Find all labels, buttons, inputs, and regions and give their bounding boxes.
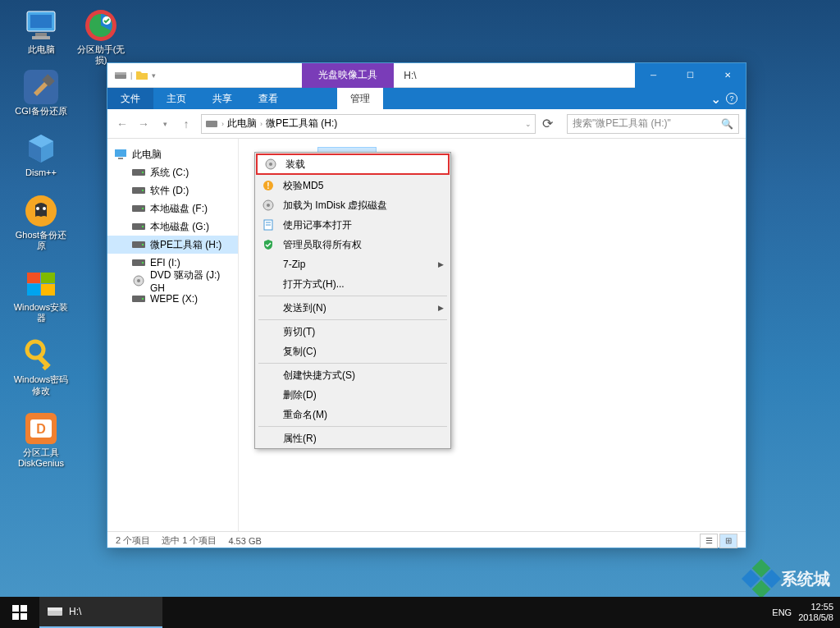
ctx-label: 重命名(M) [283,408,327,422]
desktop-icon-label: CGI备份还原 [15,106,67,117]
nav-history[interactable]: ▾ [157,116,173,132]
tray-time: 12:55 [798,602,833,612]
breadcrumb-sep: › [221,120,224,128]
ctx-md5[interactable]: !校验MD5 [255,176,450,195]
taskbar-item-explorer[interactable]: H:\ [39,597,162,628]
desktop-icon-diskgenius[interactable]: D 分区工具DiskGenius [12,411,70,469]
nav-up[interactable]: ↑ [178,116,194,132]
folder-icon[interactable] [135,69,148,82]
refresh-button[interactable]: ⟳ [542,116,560,131]
ctx-mount[interactable]: 装载 [256,154,450,175]
ribbon-tabs: 文件 主页 共享 查看 管理 ⌄ ? [107,88,746,109]
qat-dropdown[interactable]: ▾ [152,71,156,80]
drive-icon [132,222,145,231]
ctx-label: 剪切(T) [283,325,315,339]
ctx-openwith[interactable]: 打开方式(H)... [255,274,450,294]
tab-home[interactable]: 主页 [153,88,199,109]
svg-rect-24 [115,72,126,75]
ctx-separator [258,363,447,364]
ctx-sendto[interactable]: 发送到(N)▶ [255,298,450,318]
watermark: 系统城 [746,564,830,594]
tree-this-pc[interactable]: 此电脑 [107,145,238,163]
tree-drive-g[interactable]: 本地磁盘 (G:) [107,218,238,236]
disc-icon [262,199,274,211]
titlebar[interactable]: | ▾ 光盘映像工具 H:\ ─ ☐ ✕ [107,63,746,88]
desktop-icon-win-installer[interactable]: Windows安装器 [12,266,70,323]
ctx-notepad[interactable]: 使用记事本打开 [255,215,450,235]
ctx-label: 7-Zip [283,259,305,270]
nav-back[interactable]: ← [114,116,130,132]
nav-forward[interactable]: → [135,116,152,132]
drive-icon [132,186,145,195]
ctx-label: 删除(D) [283,388,317,402]
ctx-shortcut[interactable]: 创建快捷方式(S) [255,365,450,385]
tab-view[interactable]: 查看 [245,88,291,109]
minimize-button[interactable]: ─ [635,63,672,88]
desktop-icon-this-pc[interactable]: 此电脑 [12,8,70,55]
ctx-label: 装载 [285,158,305,172]
ctx-admin[interactable]: 管理员取得所有权 [255,235,450,254]
qat-separator: | [130,71,132,80]
ctx-rename[interactable]: 重命名(M) [255,405,450,424]
view-icons-button[interactable]: ⊞ [719,534,737,548]
status-selection: 选中 1 个项目 [162,534,217,547]
maximize-button[interactable]: ☐ [672,63,709,88]
desktop-icons-column-2: 分区助手(无损) [72,8,130,66]
tree-label: 软件 (D:) [150,184,189,198]
installer-icon [24,266,58,300]
svg-rect-12 [27,284,40,296]
drive-icon [48,606,62,617]
svg-rect-56 [12,605,19,612]
ctx-cut[interactable]: 剪切(T) [255,322,450,342]
svg-rect-58 [12,613,19,620]
desktop-icon-ghost[interactable]: Ghost备份还原 [12,194,70,251]
desktop-icon-label: 分区工具DiskGenius [12,447,70,469]
tree-label: 本地磁盘 (G:) [150,220,209,234]
start-button[interactable] [0,597,39,628]
desktop-icon-dism[interactable]: Dism++ [12,131,70,178]
ctx-copy[interactable]: 复制(C) [255,342,450,361]
navigation-bar: ← → ▾ ↑ › 此电脑 › 微PE工具箱 (H:) ⌄ ⟳ 搜索"微PE工具… [107,109,746,139]
ctx-imdisk[interactable]: 加载为 ImDisk 虚拟磁盘 [255,195,450,215]
tree-drive-f[interactable]: 本地磁盘 (F:) [107,199,238,218]
ctx-properties[interactable]: 属性(R) [255,429,450,448]
breadcrumb-root[interactable]: 此电脑 [227,117,257,131]
svg-rect-13 [41,284,55,296]
taskbar: H:\ ENG 12:55 2018/5/8 [0,597,840,628]
tab-manage[interactable]: 管理 [337,88,383,109]
desktop-icon-label: Windows安装器 [12,302,70,323]
status-count: 2 个项目 [116,534,150,547]
svg-rect-1 [30,15,52,28]
tree-label: 此电脑 [132,148,162,162]
ctx-label: 创建快捷方式(S) [283,369,355,383]
tree-drive-c[interactable]: 系统 (C:) [107,163,238,181]
ctx-7zip[interactable]: 7-Zip▶ [255,254,450,274]
drive-icon [132,204,145,213]
svg-point-33 [142,208,144,209]
address-bar[interactable]: › 此电脑 › 微PE工具箱 (H:) ⌄ [201,114,536,134]
desktop-icon-label: Ghost备份还原 [12,230,70,251]
ctx-label: 校验MD5 [283,179,323,193]
tab-share[interactable]: 共享 [199,88,245,109]
tray-lang[interactable]: ENG [772,607,792,617]
ctx-separator [258,319,447,320]
desktop-icon-cgi-backup[interactable]: CGI备份还原 [12,70,70,117]
ribbon-expand[interactable]: ⌄ ? [702,88,746,109]
search-box[interactable]: 搜索"微PE工具箱 (H:)" 🔍 [567,114,739,134]
view-details-button[interactable]: ☰ [700,534,718,548]
ctx-label: 加载为 ImDisk 虚拟磁盘 [283,199,387,213]
ctx-label: 使用记事本打开 [283,218,352,232]
desktop-icon-win-password[interactable]: Windows密码修改 [12,338,70,396]
close-button[interactable]: ✕ [709,63,746,88]
tab-file[interactable]: 文件 [107,88,153,109]
address-dropdown[interactable]: ⌄ [525,120,532,128]
breadcrumb-current[interactable]: 微PE工具箱 (H:) [266,117,337,131]
ctx-delete[interactable]: 删除(D) [255,385,450,405]
tree-drive-d[interactable]: 软件 (D:) [107,181,238,199]
desktop-icon-partition-assist[interactable]: 分区助手(无损) [72,8,130,66]
tray-date: 2018/5/8 [798,612,833,623]
dvd-icon [132,275,145,286]
tree-dvd-j[interactable]: DVD 驱动器 (J:) GH [107,272,238,290]
tree-drive-h[interactable]: 微PE工具箱 (H:) [107,236,238,254]
tray-clock[interactable]: 12:55 2018/5/8 [798,602,833,623]
